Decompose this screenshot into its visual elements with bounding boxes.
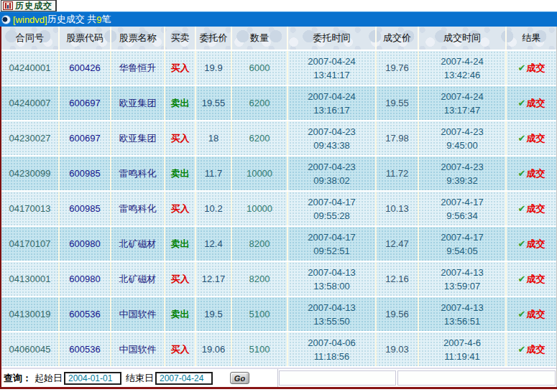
order-time-cell: 2007-04-2413:16:17 [288, 86, 377, 120]
deal-time-cell: 2007-4-179:56:34 [419, 192, 507, 225]
deal-time-cell: 2007-4-2413:42:46 [419, 51, 507, 85]
deal-time-cell: 2007-4-2413:17:47 [419, 86, 507, 120]
status-panel-right [397, 370, 556, 386]
quantity-cell: 6200 [232, 121, 288, 155]
deal-price-cell: 17.98 [377, 121, 419, 155]
table-row[interactable]: 04170013 600985 雷鸣科化 买入 10.2 10000 2007-… [1, 192, 556, 227]
order-price-cell: 19.9 [196, 51, 232, 85]
bottom-divider [0, 387, 557, 389]
result-cell: ✔成交 [507, 86, 556, 120]
col-header-stock-code: 股票代码 [60, 27, 111, 50]
table-row[interactable]: 04060045 600536 中国软件 买入 19.06 5100 2007-… [1, 332, 556, 368]
check-icon: ✔ [518, 96, 526, 110]
stock-name-cell: 欧亚集团 [111, 121, 165, 155]
col-header-order-price: 委托价 [196, 27, 232, 50]
quantity-cell: 5100 [232, 297, 288, 331]
stock-name-cell: 雷鸣科化 [111, 192, 165, 225]
stock-code-cell: 600980 [60, 262, 111, 296]
contract-no-cell: 04060045 [1, 332, 60, 366]
order-price-cell: 12.17 [196, 262, 232, 296]
result-cell: ✔成交 [507, 157, 556, 190]
contract-no-cell: 04130019 [1, 297, 60, 331]
side-cell: 卖出 [165, 86, 196, 120]
result-cell: ✔成交 [507, 332, 556, 366]
order-price-cell: 19.55 [196, 86, 232, 120]
content: 合同号 股票代码 股票名称 买卖 委托价 数量 委托时间 成交价 成交时间 结果… [0, 27, 557, 387]
deal-price-cell: 12.16 [377, 262, 419, 296]
contract-no-cell: 04230027 [1, 121, 60, 155]
contract-no-cell: 04170107 [1, 227, 60, 261]
start-date-label: 起始日 [34, 372, 63, 385]
col-header-stock-name: 股票名称 [111, 27, 165, 50]
contract-no-cell: 04130001 [1, 262, 60, 296]
table-row[interactable]: 04170107 600980 北矿磁材 卖出 12.4 8200 2007-0… [1, 227, 556, 262]
table-row[interactable]: 04130001 600980 北矿磁材 买入 12.17 8200 2007-… [1, 262, 556, 297]
stock-name-cell: 北矿磁材 [111, 227, 165, 261]
side-cell: 买入 [165, 51, 196, 85]
side-cell: 卖出 [165, 297, 196, 331]
col-header-side: 买卖 [165, 27, 196, 50]
tab-history-trades[interactable]: 历史成交 [1, 0, 57, 11]
col-header-quantity: 数量 [232, 27, 288, 50]
stock-name-cell: 华鲁恒升 [111, 51, 165, 85]
result-cell: ✔成交 [507, 51, 556, 85]
table-row[interactable]: 04240001 600426 华鲁恒升 买入 19.9 6000 2007-0… [1, 51, 556, 86]
quantity-cell: 10000 [232, 157, 288, 190]
contract-no-cell: 04230099 [1, 157, 60, 190]
deal-price-cell: 19.55 [377, 86, 419, 120]
stock-code-cell: 600985 [60, 192, 111, 225]
order-time-cell: 2007-04-1313:58:00 [288, 262, 377, 296]
col-header-result: 结果 [507, 27, 556, 50]
app-window: 历史成交 [windvd] 历史成交 共 9 笔 合同号 股票代码 股票名称 买… [0, 0, 557, 392]
side-cell: 买入 [165, 192, 196, 225]
quantity-cell: 5100 [232, 332, 288, 366]
go-button[interactable]: Go [230, 372, 249, 384]
result-cell: ✔成交 [507, 192, 556, 225]
deal-price-cell: 10.13 [377, 192, 419, 225]
check-icon: ✔ [518, 202, 526, 215]
side-cell: 买入 [165, 262, 196, 296]
stock-name-cell: 北矿磁材 [111, 262, 165, 296]
order-time-cell: 2007-04-2309:38:02 [288, 157, 377, 190]
check-icon: ✔ [518, 61, 526, 75]
table-row[interactable]: 04240007 600697 欧亚集团 卖出 19.55 6200 2007-… [1, 86, 556, 121]
table-row[interactable]: 04230027 600697 欧亚集团 买入 18 6200 2007-04-… [1, 121, 556, 157]
order-price-cell: 19.5 [196, 297, 232, 331]
deal-time-cell: 2007-4-239:45:00 [419, 121, 507, 155]
side-cell: 买入 [165, 121, 196, 155]
tab-label: 历史成交 [15, 0, 52, 12]
order-time-cell: 2007-04-2413:41:17 [288, 51, 377, 85]
check-icon: ✔ [518, 237, 526, 251]
table-row[interactable]: 04130019 600536 中国软件 卖出 19.5 5100 2007-0… [1, 297, 556, 332]
deal-time-cell: 2007-4-611:19:41 [419, 332, 507, 366]
end-date-label: 结束日 [126, 372, 154, 385]
contract-no-cell: 04240001 [1, 51, 60, 85]
deal-price-cell: 11.72 [377, 157, 419, 190]
result-cell: ✔成交 [507, 262, 556, 296]
table-row[interactable]: 04230099 600985 雷鸣科化 卖出 11.7 10000 2007-… [1, 157, 556, 192]
deal-price-cell: 12.47 [377, 227, 419, 261]
deal-price-cell: 19.76 [377, 51, 419, 85]
start-date-input[interactable] [64, 372, 121, 385]
side-cell: 卖出 [165, 227, 196, 261]
deal-time-cell: 2007-4-179:54:05 [419, 227, 507, 261]
deal-price-cell: 19.56 [377, 297, 419, 331]
order-time-cell: 2007-04-1709:55:28 [288, 192, 377, 225]
deal-price-cell: 19.03 [377, 332, 419, 366]
query-label: 查询： [4, 372, 32, 385]
query-bar: 查询： 起始日 结束日 Go [1, 368, 556, 387]
table-body: 04240001 600426 华鲁恒升 买入 19.9 6000 2007-0… [1, 51, 556, 368]
stock-code-cell: 600536 [60, 297, 111, 331]
end-date-input[interactable] [155, 372, 213, 385]
col-header-contract-no: 合同号 [1, 27, 60, 50]
order-time-cell: 2007-04-0611:18:56 [288, 332, 377, 366]
title-suffix: 笔 [102, 13, 111, 26]
title-bar: [windvd] 历史成交 共 9 笔 [0, 11, 557, 27]
deal-time-cell: 2007-4-239:39:32 [419, 157, 507, 190]
result-cell: ✔成交 [507, 227, 556, 261]
check-icon: ✔ [518, 131, 526, 145]
stock-name-cell: 欧亚集团 [111, 86, 165, 120]
quantity-cell: 6000 [232, 51, 288, 85]
deal-time-cell: 2007-4-1313:59:07 [419, 262, 507, 296]
check-icon: ✔ [518, 342, 526, 356]
